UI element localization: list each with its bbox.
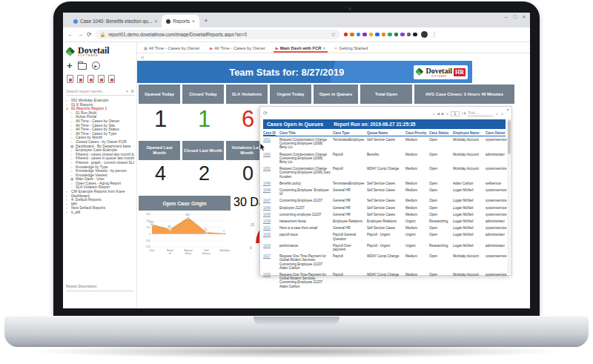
case-id-link[interactable]: 1026 bbox=[263, 273, 279, 277]
stat-tile-label: Open in Queues bbox=[319, 92, 352, 97]
table-row: 1049 Benefits policy TerminatedEmployee … bbox=[263, 180, 506, 187]
logo-name: Dovetail bbox=[425, 67, 452, 75]
search-settings-gear-icon[interactable]: ⚙ bbox=[130, 89, 134, 93]
tab-close-icon[interactable]: × bbox=[154, 19, 157, 24]
find-input[interactable] bbox=[468, 111, 493, 116]
run-report-icon[interactable]: ▶ bbox=[92, 62, 100, 70]
clear-search-icon[interactable]: × bbox=[126, 89, 128, 93]
find-next-icon[interactable]: ∨ bbox=[501, 112, 504, 116]
sidebar-toolbar: + ▶ bbox=[67, 62, 134, 70]
find-prev-icon[interactable]: ∧ bbox=[495, 112, 498, 116]
maximize-button[interactable]: □ bbox=[514, 14, 517, 19]
scrollbar-thumb[interactable] bbox=[508, 120, 511, 154]
profile-avatar[interactable] bbox=[421, 31, 428, 38]
case-id-link[interactable]: 1031 bbox=[263, 226, 279, 230]
case-id-link[interactable]: 1029 bbox=[263, 244, 279, 248]
lock-icon: 🔒 bbox=[100, 32, 106, 37]
extension-icon[interactable] bbox=[375, 33, 380, 37]
extension-icon[interactable] bbox=[369, 33, 374, 37]
report-type-icon[interactable] bbox=[77, 75, 84, 83]
column-header[interactable]: Queue Name bbox=[367, 131, 405, 135]
column-header[interactable]: Case Type bbox=[333, 131, 367, 135]
brand-name: Dovetail bbox=[78, 47, 110, 54]
case-id-link[interactable]: 1039 bbox=[263, 219, 279, 223]
case-id-link[interactable]: 1045 bbox=[263, 213, 279, 216]
case-id-link[interactable]: 1049 bbox=[263, 182, 279, 185]
extension-icon[interactable] bbox=[394, 33, 399, 37]
minimize-button[interactable]: – bbox=[505, 14, 508, 19]
url-text[interactable]: report01.demo.dovetailnow.com/image/Dove… bbox=[108, 32, 247, 37]
employee-name: Workday Account bbox=[453, 273, 486, 277]
extension-icon[interactable] bbox=[362, 33, 367, 37]
report-tab-icon: ✦ bbox=[334, 46, 337, 50]
address-bar[interactable]: 🔒 report01.demo.dovetailnow.com/image/Do… bbox=[96, 30, 340, 39]
page-number-input[interactable] bbox=[451, 111, 460, 116]
case-id-link[interactable]: 1046 bbox=[263, 206, 279, 210]
case-id-link[interactable]: 1030 bbox=[263, 233, 279, 236]
report-search[interactable]: Search report names... × ⚙ bbox=[66, 89, 134, 96]
forward-icon[interactable]: → bbox=[77, 31, 83, 38]
report-tab[interactable]: ▶ All Time - Cases by Owner bbox=[206, 46, 270, 53]
new-report-button[interactable]: + bbox=[67, 62, 73, 70]
employee-name: Workday Account bbox=[453, 254, 486, 258]
case-id-link[interactable]: 1061 bbox=[263, 138, 279, 142]
prev-page-icon[interactable]: ◀ bbox=[437, 112, 439, 116]
report-type-icon[interactable] bbox=[87, 75, 94, 83]
area-chart-title: Open Case Origin bbox=[139, 196, 231, 211]
browser-tab[interactable]: Reports × bbox=[162, 15, 199, 27]
back-icon[interactable]: ← bbox=[67, 31, 73, 38]
tree-item-label: it_eM bbox=[71, 211, 80, 215]
overlay-close-icon[interactable]: × bbox=[506, 107, 509, 112]
next-page-icon[interactable]: ▶ bbox=[442, 112, 444, 116]
overlay-refresh-icon[interactable]: ⟳ bbox=[263, 110, 268, 116]
folder-icon[interactable] bbox=[78, 63, 87, 70]
case-status: Open bbox=[429, 182, 453, 185]
report-tab-close-icon[interactable]: × bbox=[322, 46, 325, 50]
report-tab[interactable]: ✦ Getting Started bbox=[331, 46, 373, 53]
reload-icon[interactable]: ⟳ bbox=[87, 31, 92, 38]
tree-item[interactable]: › it_eM bbox=[66, 211, 134, 215]
column-header[interactable]: Employee Name bbox=[453, 131, 486, 135]
close-window-button[interactable]: × bbox=[523, 14, 526, 19]
extension-icon[interactable] bbox=[407, 33, 411, 37]
case-id-link[interactable]: 1048 bbox=[263, 188, 279, 192]
browser-menu-icon[interactable]: ⋮ bbox=[431, 31, 437, 38]
search-input[interactable]: Search report names... bbox=[66, 89, 124, 93]
case-id-link[interactable]: 1060 bbox=[263, 153, 279, 156]
case-type: TerminatedEmployee bbox=[333, 138, 367, 142]
queue-name: Self Service Cases bbox=[367, 182, 405, 185]
report-tab[interactable]: ▶ Main Dash with FCR × bbox=[272, 46, 329, 53]
open-case-origin-chart: Open Case Origin 3002001000-100-200140Ch… bbox=[139, 196, 231, 265]
report-type-icon[interactable] bbox=[108, 75, 115, 83]
extension-icon[interactable] bbox=[357, 33, 361, 37]
first-page-icon[interactable]: « bbox=[433, 112, 435, 116]
last-page-icon[interactable]: » bbox=[446, 112, 448, 116]
tab-close-icon[interactable]: × bbox=[192, 19, 195, 24]
laptop-mockup: Case 1040: Benefits election qu... × Rep… bbox=[0, 0, 593, 364]
table-row: 1047 Concerning Employee 21237 General H… bbox=[263, 197, 506, 204]
report-tab[interactable]: ▦ All Time - Cases by Owner bbox=[140, 46, 205, 53]
column-header[interactable]: Case ID bbox=[263, 131, 279, 135]
new-tab-button[interactable]: + bbox=[204, 15, 208, 27]
case-id-link[interactable]: 1047 bbox=[263, 199, 279, 202]
table-row: 1039 harassment fiesta Employee Relation… bbox=[263, 218, 506, 225]
extension-icon[interactable] bbox=[388, 33, 392, 37]
case-status: Open bbox=[429, 254, 453, 258]
column-header[interactable]: Case Status bbox=[429, 131, 453, 135]
case-id-link[interactable]: 1027 bbox=[263, 254, 279, 258]
table-header-row: Case ID Case Title Case Type Queue Name … bbox=[263, 131, 506, 136]
refresh-report-icon[interactable]: ⟳ bbox=[141, 55, 145, 60]
extension-icon[interactable] bbox=[400, 33, 405, 37]
extension-icon[interactable] bbox=[350, 33, 354, 37]
report-type-icon[interactable] bbox=[98, 75, 105, 83]
column-header[interactable]: Case Priority bbox=[405, 131, 429, 135]
extension-icon[interactable] bbox=[382, 33, 386, 37]
extension-icon[interactable] bbox=[344, 33, 348, 37]
overlay-scrollbar[interactable] bbox=[507, 119, 511, 274]
report-type-icon[interactable] bbox=[67, 75, 73, 83]
case-id-link[interactable]: 1052 bbox=[263, 167, 279, 171]
browser-tab[interactable]: Case 1040: Benefits election qu... × bbox=[69, 15, 162, 27]
extension-icon[interactable] bbox=[413, 33, 417, 37]
column-header[interactable]: Case Title bbox=[279, 131, 333, 135]
bookmark-star-icon[interactable]: ☆ bbox=[331, 32, 335, 38]
